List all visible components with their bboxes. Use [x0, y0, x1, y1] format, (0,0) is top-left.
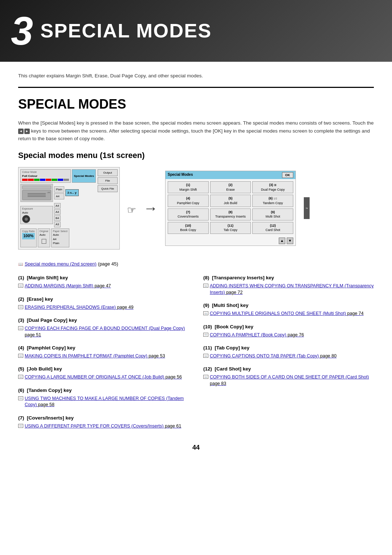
list-item-6-link[interactable]: USING TWO MACHINES TO MAKE A LARGE NUMBE… — [25, 396, 189, 408]
quick-file-btn[interactable]: Quick File — [98, 185, 118, 192]
list-item-10: (10) [Book Copy] key 📖 COPYING A PAMPHLE… — [203, 324, 374, 338]
exposure-row: Exposure Auto ◎ A4 A4 B4 A3 — [20, 203, 96, 227]
list-item-4: (4) [Pamphlet Copy] key 📖 MAKING COPIES … — [18, 345, 189, 359]
list-item-8-title: (8) [Transparency Inserts] key — [203, 275, 374, 281]
list-item-10-link[interactable]: COPYING A PAMPHLET (Book Copy) page 76 — [210, 332, 304, 339]
copy-btn-label: 2-s... y — [68, 191, 77, 194]
cell-6-num: (6) — [269, 197, 273, 200]
arrow-right-icon: → — [143, 198, 158, 218]
chapter-banner: 3 SPECIAL MODES — [0, 0, 392, 62]
book-icon-2: 📖 — [18, 305, 23, 309]
sm-nav-down[interactable]: ▼ — [287, 238, 293, 244]
list-item-11-link[interactable]: COPYING CAPTIONS ONTO TAB PAPER (Tab Cop… — [210, 353, 336, 360]
paper-size-label: A4 — [53, 237, 68, 241]
list-item-3-title: (3) [Dual Page Copy] key — [18, 317, 189, 324]
cell-10-num: (10) — [185, 224, 191, 227]
right-column: (8) [Transparency Inserts] key 📖 ADDING … — [203, 275, 374, 436]
list-item-8-link[interactable]: ADDING INSERTS WHEN COPYING ON TRANSPARE… — [210, 283, 374, 296]
special-modes-label: Special Modes — [74, 174, 94, 178]
list-item-10-title: (10) [Book Copy] key — [203, 324, 374, 331]
section-divider — [18, 87, 374, 88]
book-icon-6: 📖 — [18, 396, 23, 400]
book-icon-9: 📖 — [203, 311, 208, 315]
full-colour-label: Full Colour — [22, 174, 69, 178]
list-item-8-link-row: 📖 ADDING INSERTS WHEN COPYING ON TRANSPA… — [203, 283, 374, 296]
sm-nav-up[interactable]: ▲ — [279, 238, 285, 244]
cell-11-num: (11) — [228, 224, 233, 227]
list-item-3-link[interactable]: COPYING EACH FACING PAGE OF A BOUND DOCU… — [25, 325, 189, 338]
sm-cell-6[interactable]: (6) 1/2 Tandem Copy — [252, 195, 293, 207]
bar-blue — [40, 179, 45, 181]
copy-btn[interactable]: 2-s... y — [65, 189, 79, 196]
list-item-2-title: (2) [Erase] key — [18, 296, 189, 303]
finger-press-indicator: ☞ — [127, 199, 136, 217]
list-item-4-link[interactable]: MAKING COPIES IN PAMPHLET FORMAT (Pamphl… — [25, 353, 165, 360]
colour-mode-cell: Colour Mode Full Colour — [20, 169, 71, 183]
book-icon-3: 📖 — [18, 326, 23, 330]
sm-ok-button[interactable]: OK — [282, 172, 294, 178]
screens-container: Colour Mode Full Colour — [0, 167, 392, 250]
sm-cell-1[interactable]: (1) Margin Shift — [168, 181, 209, 193]
list-container: (1) [Margin Shift] key 📖 ADDING MARGINS … — [0, 275, 392, 436]
second-screen-page-num: page 45 — [99, 261, 117, 267]
plain-cell: Plain — [54, 186, 64, 193]
second-screen-link[interactable]: Special modes menu (2nd screen) — [25, 261, 97, 267]
cell-5-num: (5) — [228, 197, 232, 200]
a4-label: A4 — [48, 191, 50, 194]
book-icon-1: 📖 — [18, 284, 23, 288]
right-panel-buttons: Output File Quick File — [98, 169, 118, 247]
chapter-title: SPECIAL MODES — [40, 17, 212, 45]
sm-cell-7[interactable]: (7) Covers/Inserts — [168, 208, 209, 220]
cell-9-label: Multi Shot — [266, 215, 280, 218]
machine-illustration: A4 — [20, 184, 53, 202]
tray-b4: B4 — [54, 215, 61, 221]
cell-11-label: Tab Copy — [224, 228, 237, 232]
sm-cell-12[interactable]: (12) Card Shot — [252, 222, 293, 234]
list-item-5-link[interactable]: COPYING A LARGE NUMBER OF ORIGINALS AT O… — [25, 374, 182, 381]
list-item-12-link[interactable]: COPYING BOTH SIDES OF A CARD ON ONE SHEE… — [210, 374, 374, 387]
list-item-7-link[interactable]: USING A DIFFERENT PAPER TYPE FOR COVERS … — [25, 423, 181, 430]
list-item-9-title: (9) [Multi Shot] key — [203, 302, 374, 309]
section-body: When the [Special Modes] key is pressed … — [0, 119, 392, 143]
machine-slots — [28, 193, 46, 197]
file-btn[interactable]: File — [98, 177, 118, 184]
cell-12-num: (12) — [270, 224, 276, 227]
list-item-1-title: (1) [Margin Shift] key — [18, 275, 189, 281]
book-icon-4: 📖 — [18, 354, 23, 358]
special-modes-btn[interactable]: Special Modes — [72, 169, 96, 183]
section-body-text1: When the [Special Modes] key is pressed … — [18, 120, 374, 126]
sm-cell-5[interactable]: (5) Job Build — [210, 195, 251, 207]
sm-grid: (1) Margin Shift (2) Erase (3) ⊞ Dual Pa… — [166, 179, 295, 236]
book-icon-7: 📖 — [18, 424, 23, 428]
sm-cell-10[interactable]: (10) Book Copy — [168, 222, 209, 234]
sub-heading: Special modes menu (1st screen) — [0, 150, 392, 161]
sm-cell-2[interactable]: (2) Erase — [210, 181, 251, 193]
cell-8-num: (8) — [228, 210, 232, 214]
sm-header: Special Modes OK — [166, 171, 295, 179]
exposure-dial: ◎ — [22, 215, 30, 223]
list-item-9-link[interactable]: COPYING MULTIPLE ORIGINALS ONTO ONE SHEE… — [210, 311, 364, 317]
list-item-4-title: (4) [Pamphlet Copy] key — [18, 345, 189, 352]
colour-mode-label: Colour Mode — [22, 170, 69, 174]
quick-file-label: Quick File — [101, 187, 114, 190]
sm-cell-4[interactable]: (4) Pamphlet Copy — [168, 195, 209, 207]
auto-label: Auto — [22, 211, 51, 215]
cell-3-label: Dual Page Copy — [261, 188, 285, 191]
ratio-value: 100% — [22, 233, 35, 239]
sm-cell-8[interactable]: (8) Transparency Inserts — [210, 208, 251, 220]
list-item-1-link[interactable]: ADDING MARGINS (Margin Shift) page 47 — [25, 283, 111, 289]
sm-cell-9[interactable]: (9) Multi Shot — [252, 208, 293, 220]
sm-title: Special Modes — [168, 172, 193, 178]
page-indicator-small: 1/2 — [274, 197, 277, 200]
list-item-2-link-row: 📖 ERASING PERIPHERAL SHADOWS (Erase) pag… — [18, 304, 189, 311]
sm-cell-3[interactable]: (3) ⊞ Dual Page Copy — [252, 181, 293, 193]
bar-green2 — [52, 179, 57, 181]
plain-a4-area: Plain A4 — [54, 186, 64, 199]
book-icon-12: 📖 — [203, 375, 208, 379]
nav-arrows-inline: ◄ ► — [18, 129, 30, 134]
cell-7-label: Covers/Inserts — [177, 215, 199, 218]
output-btn[interactable]: Output — [98, 169, 118, 176]
sm-cell-11[interactable]: (11) Tab Copy — [210, 222, 251, 234]
list-item-5: (5) [Job Build] key 📖 COPYING A LARGE NU… — [18, 366, 189, 380]
list-item-2-link[interactable]: ERASING PERIPHERAL SHADOWS (Erase) page … — [25, 304, 134, 311]
